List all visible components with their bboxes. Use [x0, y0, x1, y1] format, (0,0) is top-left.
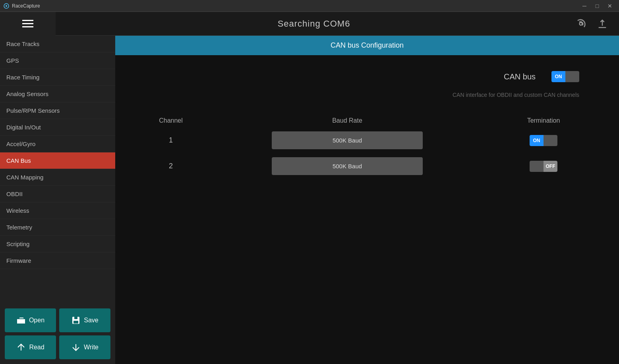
channel-2-term-on — [530, 161, 544, 172]
titlebar: RaceCapture ─ □ ✕ — [0, 0, 619, 12]
maximize-button[interactable]: □ — [591, 2, 603, 10]
sidebar-item-pulse-rpm-sensors[interactable]: Pulse/RPM Sensors — [0, 102, 115, 119]
canbus-toggle[interactable]: ON — [551, 71, 579, 82]
body-layout: Race Tracks GPS Race Timing Analog Senso… — [0, 36, 619, 364]
table-row: 1 500K Baud ON — [131, 127, 603, 153]
write-icon — [71, 343, 81, 352]
column-channel: Channel — [131, 117, 211, 124]
channels-table: Channel Baud Rate Termination 1 500K Bau… — [131, 114, 603, 179]
channel-1-term-off — [544, 135, 557, 146]
hamburger-line-3 — [22, 26, 33, 27]
channel-1-baud-rate[interactable]: 500K Baud — [272, 131, 423, 149]
save-button[interactable]: Save — [59, 308, 110, 332]
svg-rect-4 — [74, 317, 77, 319]
canbus-label: CAN bus — [504, 72, 536, 81]
channel-2-baud-cell: 500K Baud — [211, 157, 484, 175]
sidebar-action-buttons: Open Save Read Write — [0, 304, 115, 364]
titlebar-title: RaceCapture — [12, 3, 578, 9]
content-header: CAN bus Configuration — [115, 36, 619, 55]
open-button[interactable]: Open — [5, 308, 56, 332]
hamburger-button[interactable] — [0, 12, 56, 36]
channel-2-termination-toggle[interactable]: OFF — [530, 161, 557, 172]
close-button[interactable]: ✕ — [604, 2, 616, 10]
channel-1-number: 1 — [131, 136, 211, 144]
hamburger-line-2 — [22, 23, 33, 24]
channel-2-termination-cell: OFF — [484, 161, 603, 172]
canbus-toggle-on: ON — [551, 71, 565, 82]
channel-1-baud-cell: 500K Baud — [211, 131, 484, 149]
open-label: Open — [29, 317, 44, 324]
connection-status: Searching COM6 — [56, 19, 572, 29]
minimize-button[interactable]: ─ — [578, 2, 590, 10]
sidebar-item-obdii[interactable]: OBDII — [0, 186, 115, 202]
column-baud-rate: Baud Rate — [211, 117, 484, 124]
sidebar-item-can-mapping[interactable]: CAN Mapping — [0, 169, 115, 186]
sidebar-item-race-tracks[interactable]: Race Tracks — [0, 36, 115, 52]
sidebar-item-gps[interactable]: GPS — [0, 52, 115, 69]
save-icon — [71, 316, 81, 325]
channel-2-baud-rate[interactable]: 500K Baud — [272, 157, 423, 175]
canbus-description: CAN interface for OBDII and custom CAN c… — [131, 92, 603, 98]
read-label: Read — [29, 344, 44, 351]
svg-point-2 — [580, 22, 582, 25]
table-row: 2 500K Baud OFF — [131, 153, 603, 179]
table-header: Channel Baud Rate Termination — [131, 114, 603, 127]
svg-rect-5 — [74, 321, 78, 324]
sidebar-item-race-timing[interactable]: Race Timing — [0, 69, 115, 86]
sidebar: Race Tracks GPS Race Timing Analog Senso… — [0, 36, 115, 364]
sidebar-item-firmware[interactable]: Firmware — [0, 252, 115, 269]
titlebar-controls: ─ □ ✕ — [578, 2, 616, 10]
sidebar-item-digital-in-out[interactable]: Digital In/Out — [0, 119, 115, 136]
header-bar: Searching COM6 — [0, 12, 619, 36]
svg-point-1 — [6, 5, 7, 7]
sidebar-item-telemetry[interactable]: Telemetry — [0, 219, 115, 236]
sidebar-item-analog-sensors[interactable]: Analog Sensors — [0, 86, 115, 102]
channel-1-term-on: ON — [530, 135, 544, 146]
channel-2-term-off: OFF — [544, 161, 557, 172]
header-icons — [572, 15, 619, 33]
connection-icon-button[interactable] — [572, 15, 590, 33]
sidebar-item-wireless[interactable]: Wireless — [0, 202, 115, 219]
sidebar-item-scripting[interactable]: Scripting — [0, 236, 115, 252]
write-label: Write — [84, 344, 99, 351]
hamburger-line-1 — [22, 20, 33, 21]
channel-1-termination-cell: ON — [484, 135, 603, 146]
read-icon — [16, 343, 26, 352]
column-termination: Termination — [484, 117, 603, 124]
write-button[interactable]: Write — [59, 335, 110, 359]
sidebar-item-can-bus[interactable]: CAN Bus — [0, 152, 115, 169]
channel-1-termination-toggle[interactable]: ON — [530, 135, 557, 146]
save-label: Save — [84, 317, 98, 324]
config-area: CAN bus ON CAN interface for OBDII and c… — [115, 55, 619, 191]
read-button[interactable]: Read — [5, 335, 56, 359]
main-content: CAN bus Configuration CAN bus ON CAN int… — [115, 36, 619, 364]
canbus-toggle-off — [565, 71, 579, 82]
open-icon — [16, 316, 26, 325]
channel-2-number: 2 — [131, 162, 211, 170]
sidebar-item-accel-gyro[interactable]: Accel/Gyro — [0, 136, 115, 152]
app-container: Searching COM6 Race Tracks GPS Ra — [0, 12, 619, 364]
app-icon — [3, 3, 10, 9]
upload-icon-button[interactable] — [594, 15, 611, 33]
